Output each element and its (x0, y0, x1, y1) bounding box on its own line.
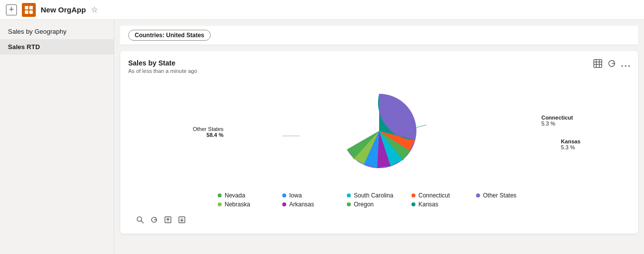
sales-by-state-card: Sales by State As of less than a minute … (120, 51, 638, 234)
table-view-button[interactable] (593, 59, 602, 70)
legend-label-south-carolina: South Carolina (354, 192, 393, 199)
legend-item-other-states: Other States (476, 192, 541, 199)
legend-col-2: South Carolina Oregon (347, 192, 411, 208)
add-button[interactable]: + (6, 4, 17, 15)
legend-dot-south-carolina (347, 193, 351, 197)
legend-label-arkansas: Arkansas (289, 201, 314, 208)
legend-label-connecticut: Connecticut (418, 192, 450, 199)
search-chart-button[interactable] (136, 216, 144, 226)
legend-label-other-states: Other States (483, 192, 516, 199)
svg-rect-4 (594, 60, 602, 67)
card-actions (593, 59, 630, 70)
legend-label-nebraska: Nebraska (225, 201, 250, 208)
legend-dot-iowa (282, 193, 286, 197)
legend-item-south-carolina: South Carolina (347, 192, 411, 199)
svg-rect-1 (29, 6, 33, 9)
svg-point-11 (629, 65, 630, 67)
legend-item-iowa: Iowa (282, 192, 347, 199)
svg-point-9 (622, 65, 623, 67)
favorite-icon[interactable]: ☆ (91, 5, 98, 14)
svg-line-14 (141, 221, 144, 223)
card-subtitle: As of less than a minute ago (128, 68, 197, 74)
legend-label-nevada: Nevada (225, 192, 245, 199)
topbar: + New OrgApp ☆ (0, 0, 644, 20)
legend-dot-nebraska (218, 202, 222, 206)
reset-chart-button[interactable] (150, 216, 158, 226)
legend-dot-other-states (476, 193, 480, 197)
label-connecticut: Connecticut 5.3 % (541, 115, 573, 127)
sidebar-item-sales-rtd[interactable]: Sales RTD (0, 39, 114, 55)
legend-col-3: Connecticut Kansas (411, 192, 476, 208)
legend-label-kansas: Kansas (418, 201, 438, 208)
legend-item-arkansas: Arkansas (282, 201, 347, 208)
legend-col-4: Other States (476, 192, 541, 208)
app-title: New OrgApp (41, 5, 86, 14)
svg-rect-0 (25, 6, 28, 9)
legend-dot-nevada (218, 193, 222, 197)
label-other-states: Other States 58.4 % (193, 126, 224, 138)
svg-rect-2 (25, 10, 28, 14)
filter-label: Countries: (135, 32, 166, 39)
filter-value: United States (166, 32, 204, 39)
chart-legend: Nevada Nebraska Iowa Arkansas (128, 188, 630, 212)
main-layout: Sales by Geography Sales RTD Countries: … (0, 20, 644, 254)
export-up-button[interactable] (164, 216, 172, 226)
content-area: Countries: United States Sales by State … (114, 20, 644, 254)
app-icon (22, 3, 36, 17)
legend-dot-kansas (411, 202, 415, 206)
legend-dot-connecticut (411, 193, 415, 197)
pie-chart (337, 89, 421, 173)
legend-item-nevada: Nevada (218, 192, 282, 199)
label-kansas: Kansas 5.3 % (561, 138, 580, 150)
sidebar-item-sales-geography[interactable]: Sales by Geography (0, 24, 114, 39)
filter-bar: Countries: United States (120, 26, 638, 45)
svg-point-10 (625, 65, 627, 67)
refresh-button[interactable] (607, 59, 616, 70)
card-title: Sales by State (128, 59, 197, 67)
legend-dot-oregon (347, 202, 351, 206)
filter-countries-pill[interactable]: Countries: United States (128, 30, 211, 41)
legend-label-oregon: Oregon (354, 201, 374, 208)
sidebar: Sales by Geography Sales RTD (0, 20, 114, 254)
legend-label-iowa: Iowa (289, 192, 302, 199)
card-header: Sales by State As of less than a minute … (128, 59, 630, 74)
legend-item-nebraska: Nebraska (218, 201, 282, 208)
chart-bottom-icons (128, 212, 630, 226)
legend-dot-arkansas (282, 202, 286, 206)
legend-item-connecticut: Connecticut (411, 192, 476, 199)
legend-col-1: Iowa Arkansas (282, 192, 347, 208)
svg-rect-3 (29, 10, 33, 14)
export-down-button[interactable] (178, 216, 186, 226)
more-options-button[interactable] (621, 60, 630, 69)
legend-item-kansas: Kansas (411, 201, 476, 208)
legend-col-0: Nevada Nebraska (218, 192, 282, 208)
legend-item-oregon: Oregon (347, 201, 411, 208)
